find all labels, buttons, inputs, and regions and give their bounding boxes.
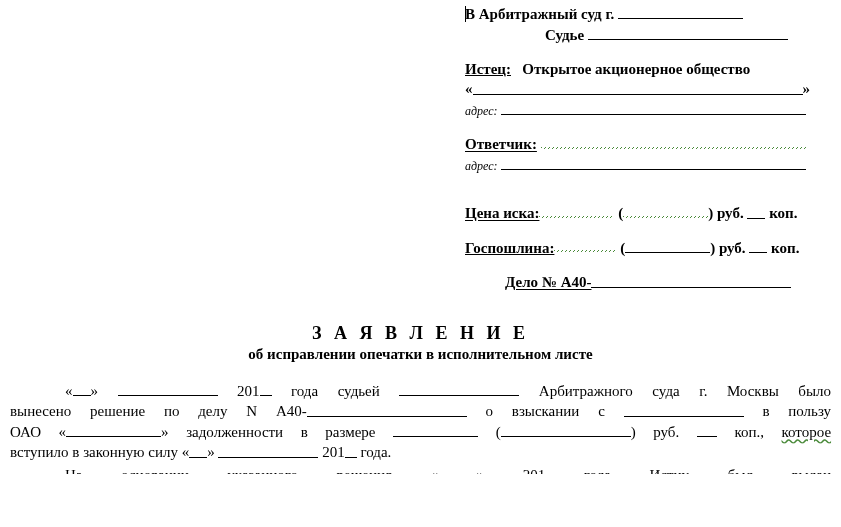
address-label: адрес: <box>465 104 498 118</box>
body-line-3: ОАО «» задолженности в размере () руб. к… <box>10 422 831 443</box>
txt: коп., <box>734 424 781 440</box>
txt: Арбитражного суда г. Москвы было <box>539 383 831 399</box>
month-blank[interactable] <box>118 381 218 396</box>
court-blank[interactable] <box>618 4 743 19</box>
txt: На основании указанного решения « » 201 … <box>65 467 831 474</box>
close-quote: » <box>803 82 811 98</box>
judge-label: Судье <box>545 27 584 43</box>
kop-body-blank[interactable] <box>697 422 717 437</box>
rub-label-2: руб. <box>719 240 746 256</box>
year-blank[interactable] <box>260 381 272 396</box>
case-num-blank[interactable] <box>307 401 467 416</box>
case-label: Дело № А40- <box>505 275 591 291</box>
month2-blank[interactable] <box>218 442 318 457</box>
body-line-cut: На основании указанного решения « » 201 … <box>10 465 831 474</box>
gp-words-blank[interactable] <box>625 238 710 253</box>
defendant-blank[interactable] <box>541 134 806 149</box>
txt: вынесено решение по делу N А40- <box>10 404 307 420</box>
txt: ОАО « <box>10 424 66 440</box>
gosposhlina-label: Госпошлина: <box>465 240 554 256</box>
plaintiff-name-line: «» <box>465 79 825 100</box>
oao-name-blank[interactable] <box>66 422 161 437</box>
case-number-blank[interactable] <box>591 272 791 287</box>
plaintiff-value: Открытое акционерное общество <box>522 61 750 77</box>
txt-wavy: которое <box>782 424 832 440</box>
txt: » <box>91 383 99 399</box>
kop-label-2: коп. <box>771 240 799 256</box>
amount-blank[interactable] <box>393 422 478 437</box>
claim-amount-blank[interactable] <box>539 203 614 218</box>
claim-amount-words-blank[interactable] <box>623 203 708 218</box>
case-line: Дело № А40- <box>465 272 825 293</box>
document-subtitle: об исправлении опечатки в исполнительном… <box>10 346 831 363</box>
claim-amount-label: Цена иска: <box>465 206 539 222</box>
kop-label: коп. <box>769 206 797 222</box>
defendant-address-line: адрес: <box>465 155 825 176</box>
plaintiff-line: Истец: Открытое акционерное общество <box>465 59 825 79</box>
body-line-2: вынесено решение по делу N А40- о взыска… <box>10 401 831 422</box>
year2-blank[interactable] <box>345 442 357 457</box>
plaintiff-address-blank[interactable] <box>501 100 806 115</box>
txt: вступило в законную силу « <box>10 445 189 461</box>
day2-blank[interactable] <box>189 442 207 457</box>
claim-amount-line: Цена иска: () руб. коп. <box>465 203 825 224</box>
document-title: З А Я В Л Е Н И Е <box>10 323 831 344</box>
defendant-body-blank[interactable] <box>624 401 744 416</box>
gp-kop-blank[interactable] <box>749 238 767 253</box>
plaintiff-address-line: адрес: <box>465 100 825 121</box>
judge-blank[interactable] <box>588 25 788 40</box>
txt: 201 <box>322 445 345 461</box>
day-blank[interactable] <box>73 381 91 396</box>
txt: о взыскании с <box>486 404 605 420</box>
amount-words-blank[interactable] <box>501 422 631 437</box>
address-label-2: адрес: <box>465 159 498 173</box>
defendant-address-blank[interactable] <box>501 155 806 170</box>
body-line-4: вступило в законную силу «» 201 года. <box>10 442 831 463</box>
gosposhlina-line: Госпошлина: () руб. коп. <box>465 238 825 259</box>
txt: 201 <box>237 383 260 399</box>
txt: года. <box>360 445 391 461</box>
plaintiff-label: Истец: <box>465 61 511 77</box>
judge-line: Судье <box>465 25 825 46</box>
body-text: «» 201 года судьей Арбитражного суда г. … <box>10 381 831 474</box>
gp-blank[interactable] <box>554 238 616 253</box>
txt: года судьей <box>291 383 380 399</box>
open-quote: « <box>465 82 473 98</box>
court-label: В Арбитражный суд г. <box>465 6 614 22</box>
txt: ) руб. <box>631 424 680 440</box>
claim-kop-blank[interactable] <box>747 203 765 218</box>
defendant-line: Ответчик: <box>465 134 825 155</box>
judge-name-blank[interactable] <box>399 381 519 396</box>
txt: в пользу <box>762 404 831 420</box>
plaintiff-name-blank[interactable] <box>473 79 803 94</box>
court-line: В Арбитражный суд г. <box>465 4 825 25</box>
rub-label: руб. <box>717 206 744 222</box>
txt: « <box>65 383 73 399</box>
txt: » <box>207 445 215 461</box>
defendant-label: Ответчик: <box>465 137 537 153</box>
txt: » задолженности в размере <box>161 424 375 440</box>
header-block: В Арбитражный суд г. Судье Истец: Открыт… <box>465 4 825 293</box>
body-line-1: «» 201 года судьей Арбитражного суда г. … <box>10 381 831 402</box>
